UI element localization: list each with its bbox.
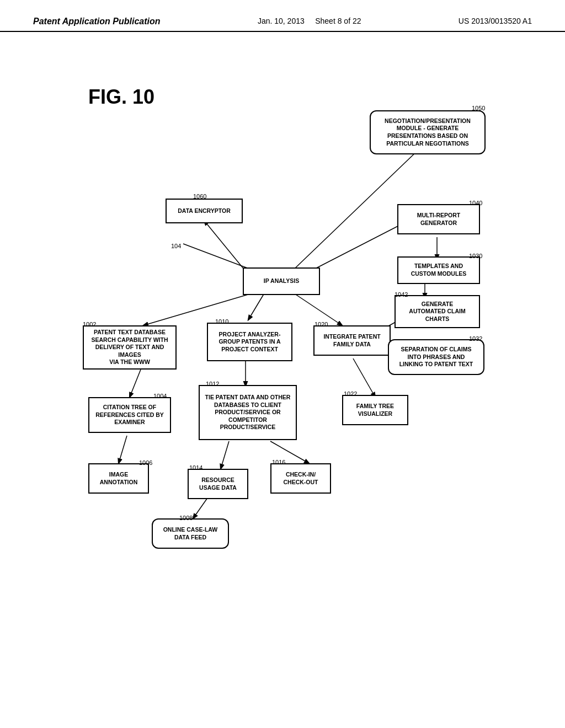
templates-box: TEMPLATES AND CUSTOM MODULES xyxy=(397,256,480,284)
publication-title: Patent Application Publication xyxy=(33,17,161,26)
label-1004: 1004 xyxy=(153,393,167,399)
multi-report-box: MULTI-REPORT GENERATOR xyxy=(397,204,480,234)
label-1012: 1012 xyxy=(206,381,219,387)
publication-date-sheet: Jan. 10, 2013 Sheet 8 of 22 xyxy=(258,17,361,25)
diagram: IP ANALYSIS NEGOTIATION/PRESENTATION MOD… xyxy=(33,77,530,684)
svg-line-15 xyxy=(193,496,209,518)
citation-tree-box: CITATION TREE OF REFERENCES CITED BY EXA… xyxy=(88,397,171,433)
svg-line-5 xyxy=(248,292,265,320)
label-1050: 1050 xyxy=(472,105,485,111)
diagram-lines xyxy=(33,77,530,684)
publication-number: US 2013/0013520 A1 xyxy=(459,17,532,25)
ip-analysis-box: IP ANALYSIS xyxy=(243,267,320,295)
resource-usage-box: RESOURCE USAGE DATA xyxy=(188,469,248,499)
project-analyzer-box: PROJECT ANALYZER- GROUP PATENTS IN A PRO… xyxy=(207,323,292,361)
label-1042: 1042 xyxy=(395,291,408,298)
svg-line-10 xyxy=(130,370,141,397)
label-1016: 1016 xyxy=(272,459,285,465)
label-1002: 1002 xyxy=(83,321,96,328)
label-104: 104 xyxy=(171,243,181,249)
label-1014: 1014 xyxy=(189,464,202,471)
separation-box: SEPARATION OF CLAIMS INTO PHRASES AND LI… xyxy=(388,339,484,375)
label-1030: 1030 xyxy=(469,253,482,259)
label-1008: 1008 xyxy=(179,515,193,521)
online-caselaw-box: ONLINE CASE-LAW DATA FEED xyxy=(152,518,229,549)
pub-date: Jan. 10, 2013 xyxy=(258,17,305,25)
checkin-box: CHECK-IN/ CHECK-OUT xyxy=(270,463,331,494)
generate-claim-box: GENERATE AUTOMATED CLAIM CHARTS xyxy=(395,295,480,328)
data-encryptor-box: DATA ENCRYPTOR xyxy=(166,199,243,223)
integrate-patent-box: INTEGRATE PATENT FAMILY DATA xyxy=(313,325,391,356)
label-1060: 1060 xyxy=(193,193,206,200)
negotiation-box: NEGOTIATION/PRESENTATION MODULE - GENERA… xyxy=(370,110,486,154)
label-1040: 1040 xyxy=(469,200,482,206)
image-annotation-box: IMAGE ANNOTATION xyxy=(88,463,149,494)
label-1020: 1020 xyxy=(315,321,328,328)
patent-text-db-box: PATENT TEXT DATABASE SEARCH CAPABILITY W… xyxy=(83,325,177,370)
page-header: Patent Application Publication Jan. 10, … xyxy=(0,0,565,32)
label-1022: 1022 xyxy=(344,390,357,397)
label-1006: 1006 xyxy=(139,459,152,466)
sheet-info: Sheet 8 of 22 xyxy=(315,17,361,25)
label-1010: 1010 xyxy=(215,318,228,325)
label-1032: 1032 xyxy=(469,335,482,342)
svg-line-13 xyxy=(221,441,229,469)
svg-line-11 xyxy=(119,436,127,463)
svg-line-6 xyxy=(292,292,342,325)
page: Patent Application Publication Jan. 10, … xyxy=(0,0,565,728)
family-tree-box: FAMILY TREE VISUALIZER xyxy=(342,395,408,425)
tie-patent-box: TIE PATENT DATA AND OTHER DATABASES TO C… xyxy=(199,385,297,440)
